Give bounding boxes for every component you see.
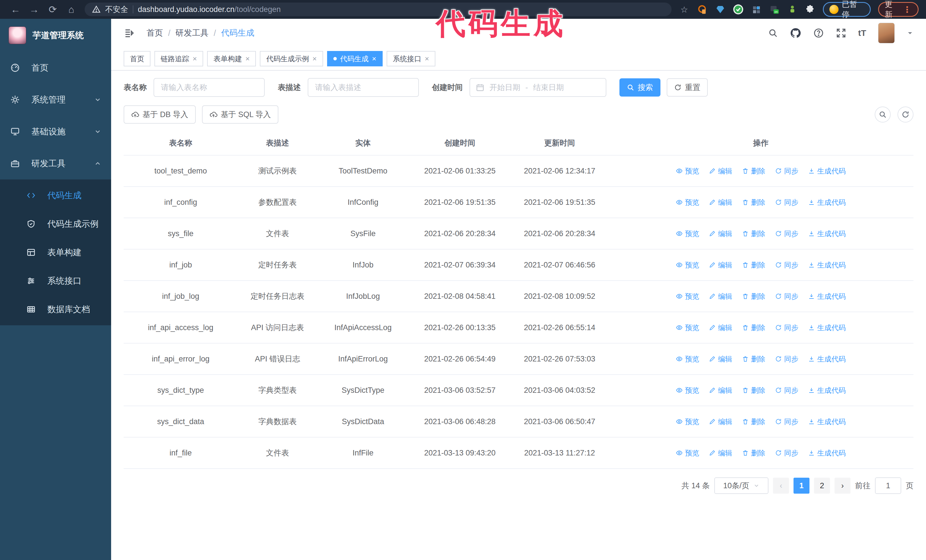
delete-button[interactable]: 删除 (742, 198, 765, 207)
generate-code-button[interactable]: 生成代码 (808, 354, 846, 364)
next-page-button[interactable]: › (835, 478, 850, 494)
sidebar-item-home[interactable]: 首页 (0, 52, 111, 84)
import-sql-button[interactable]: 基于 SQL 导入 (202, 106, 278, 124)
generate-code-button[interactable]: 生成代码 (808, 260, 846, 270)
sidebar-item-infra[interactable]: 基础设施 (0, 116, 111, 148)
delete-button[interactable]: 删除 (742, 448, 765, 458)
edit-button[interactable]: 编辑 (709, 166, 732, 176)
edit-button[interactable]: 编辑 (709, 448, 732, 458)
tag-view-tab[interactable]: 代码生成 × (327, 51, 383, 66)
preview-button[interactable]: 预览 (676, 323, 699, 332)
sidebar-item-form-builder[interactable]: 表单构建 (0, 238, 111, 267)
address-bar[interactable]: 不安全 dashboard.yudao.iocoder.cn/tool/code… (85, 3, 672, 16)
delete-button[interactable]: 删除 (742, 166, 765, 176)
extension-check-badge-icon[interactable] (733, 4, 744, 15)
sync-button[interactable]: 同步 (775, 229, 798, 238)
sidebar-item-codegen[interactable]: 代码生成 (0, 181, 111, 210)
generate-code-button[interactable]: 生成代码 (808, 417, 846, 426)
sync-button[interactable]: 同步 (775, 354, 798, 364)
extension-orange-icon[interactable] (697, 4, 707, 15)
generate-code-button[interactable]: 生成代码 (808, 166, 846, 176)
home-icon[interactable]: ⌂ (63, 3, 80, 16)
preview-button[interactable]: 预览 (676, 292, 699, 301)
page-number-button[interactable]: 1 (793, 478, 809, 494)
preview-button[interactable]: 预览 (676, 448, 699, 458)
tag-view-tab[interactable]: 代码生成示例 × (260, 51, 323, 66)
sync-button[interactable]: 同步 (775, 260, 798, 270)
delete-button[interactable]: 删除 (742, 229, 765, 238)
font-size-icon[interactable]: tT (858, 28, 866, 38)
delete-button[interactable]: 删除 (742, 292, 765, 301)
delete-button[interactable]: 删除 (742, 386, 765, 395)
generate-code-button[interactable]: 生成代码 (808, 323, 846, 332)
tag-view-tab[interactable]: 首页 × (124, 51, 150, 66)
sidebar-item-system-api[interactable]: 系统接口 (0, 267, 111, 295)
start-date-placeholder[interactable]: 开始日期 (490, 82, 520, 92)
close-icon[interactable]: × (425, 55, 429, 62)
reload-icon[interactable]: ⟳ (44, 3, 61, 16)
generate-code-button[interactable]: 生成代码 (808, 229, 846, 238)
toggle-search-icon[interactable] (875, 107, 891, 122)
delete-button[interactable]: 删除 (742, 260, 765, 270)
table-desc-input[interactable] (308, 78, 419, 97)
github-icon[interactable] (790, 27, 801, 39)
menu-dots-icon[interactable]: ⋮ (903, 5, 912, 15)
search-icon[interactable] (768, 28, 778, 38)
sidebar-item-system[interactable]: 系统管理 (0, 84, 111, 116)
edit-button[interactable]: 编辑 (709, 323, 732, 332)
bookmark-star-icon[interactable]: ☆ (679, 4, 690, 15)
table-name-input[interactable] (154, 78, 265, 97)
collapse-menu-icon[interactable] (124, 28, 135, 38)
preview-button[interactable]: 预览 (676, 354, 699, 364)
breadcrumb-home[interactable]: 首页 (147, 27, 163, 39)
preview-button[interactable]: 预览 (676, 417, 699, 426)
generate-code-button[interactable]: 生成代码 (808, 292, 846, 301)
sidebar-item-codegen-example[interactable]: 代码生成示例 (0, 210, 111, 238)
extension-gem-icon[interactable] (715, 4, 725, 15)
sync-button[interactable]: 同步 (775, 166, 798, 176)
tag-view-tab[interactable]: 系统接口 × (387, 51, 435, 66)
generate-code-button[interactable]: 生成代码 (808, 198, 846, 207)
extension-on-icon[interactable]: on (769, 4, 779, 15)
edit-button[interactable]: 编辑 (709, 354, 732, 364)
user-avatar[interactable] (878, 23, 895, 43)
generate-code-button[interactable]: 生成代码 (808, 448, 846, 458)
extension-bot-icon[interactable] (787, 4, 797, 15)
sync-button[interactable]: 同步 (775, 417, 798, 426)
chevron-down-icon[interactable] (906, 30, 914, 36)
extensions-puzzle-icon[interactable] (805, 4, 816, 15)
sync-button[interactable]: 同步 (775, 448, 798, 458)
prev-page-button[interactable]: ‹ (773, 478, 789, 494)
preview-button[interactable]: 预览 (676, 260, 699, 270)
close-icon[interactable]: × (372, 55, 377, 62)
sidebar-item-devtools[interactable]: 研发工具 (0, 148, 111, 180)
sync-button[interactable]: 同步 (775, 292, 798, 301)
tag-view-tab[interactable]: 表单构建 × (207, 51, 256, 66)
refresh-table-icon[interactable] (897, 107, 914, 122)
extension-grid-icon[interactable] (751, 4, 762, 15)
edit-button[interactable]: 编辑 (709, 386, 732, 395)
help-icon[interactable] (813, 28, 824, 38)
goto-page-input[interactable] (875, 477, 901, 494)
page-number-button[interactable]: 2 (814, 478, 830, 494)
sync-button[interactable]: 同步 (775, 198, 798, 207)
generate-code-button[interactable]: 生成代码 (808, 386, 846, 395)
preview-button[interactable]: 预览 (676, 198, 699, 207)
edit-button[interactable]: 编辑 (709, 260, 732, 270)
page-size-select[interactable]: 10条/页 (714, 477, 769, 494)
preview-button[interactable]: 预览 (676, 229, 699, 238)
edit-button[interactable]: 编辑 (709, 417, 732, 426)
browser-update-pill[interactable]: 更新 ⋮ (878, 2, 918, 17)
close-icon[interactable]: × (193, 55, 197, 62)
fullscreen-icon[interactable] (836, 28, 846, 38)
date-range-picker[interactable]: 开始日期 - 结束日期 (469, 78, 606, 97)
close-icon[interactable]: × (312, 55, 316, 62)
sync-button[interactable]: 同步 (775, 323, 798, 332)
import-db-button[interactable]: 基于 DB 导入 (124, 106, 196, 124)
app-logo-row[interactable]: 芋道管理系统 (0, 19, 111, 52)
reset-button[interactable]: 重置 (667, 78, 708, 97)
edit-button[interactable]: 编辑 (709, 198, 732, 207)
delete-button[interactable]: 删除 (742, 354, 765, 364)
edit-button[interactable]: 编辑 (709, 292, 732, 301)
back-icon[interactable]: ← (8, 3, 24, 16)
